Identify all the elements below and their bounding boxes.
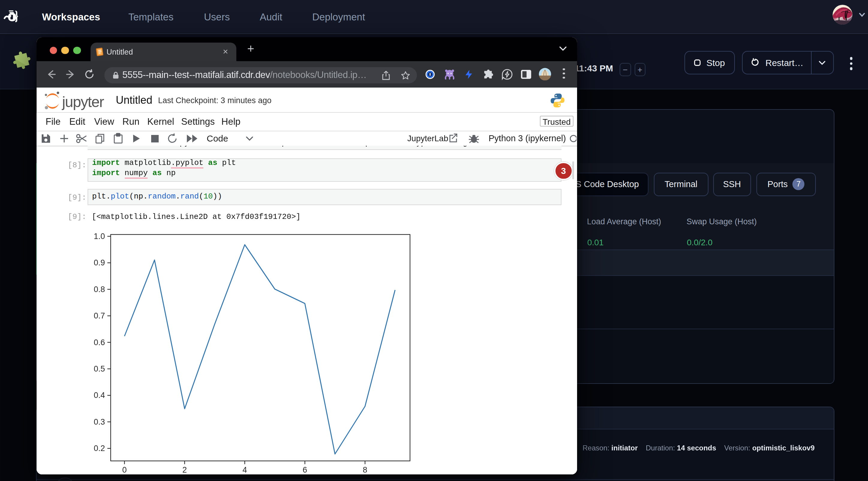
svg-text:0.5: 0.5 [94,364,105,373]
svg-text:0.4: 0.4 [94,390,105,399]
svg-text:0.7: 0.7 [94,311,105,320]
svg-text:0.8: 0.8 [94,285,105,294]
svg-text:1.0: 1.0 [94,231,105,241]
svg-text:0: 0 [122,465,127,474]
svg-text:0.3: 0.3 [94,417,105,426]
svg-text:6: 6 [303,465,307,474]
svg-text:Python 3 (ipykernel): Python 3 (ipykernel) [489,133,566,143]
svg-text:Code: Code [207,133,228,143]
svg-text:2: 2 [182,465,187,474]
svg-text:0.9: 0.9 [94,258,105,267]
svg-text:0.6: 0.6 [94,338,105,347]
svg-text:4: 4 [242,465,247,474]
svg-text:0.2: 0.2 [94,444,105,452]
svg-text:8: 8 [363,465,367,474]
svg-text:jupyter: jupyter [61,93,104,110]
svg-text:JupyterLab: JupyterLab [407,133,448,143]
